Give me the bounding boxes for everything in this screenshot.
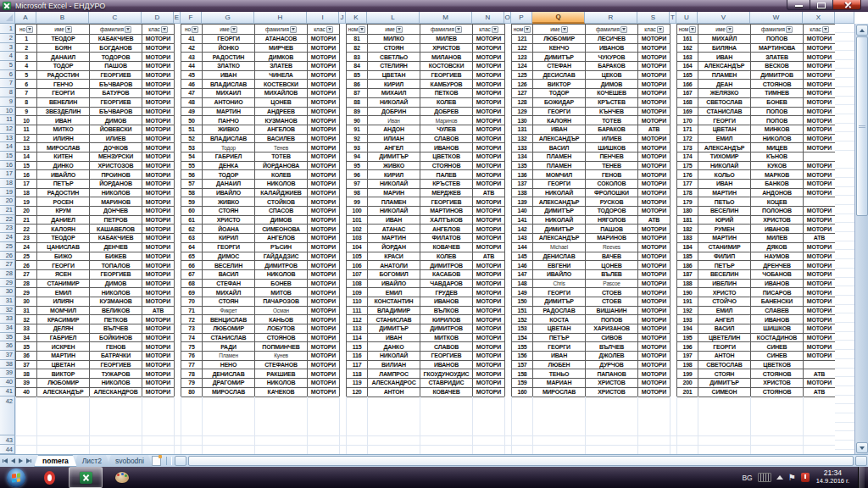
cell-number[interactable]: 187: [677, 270, 698, 280]
cell-number[interactable]: 14: [16, 152, 37, 162]
cell-family[interactable]: КОСТОВСКИ: [420, 62, 473, 71]
cell-family[interactable]: ХРИСТОВ: [420, 44, 473, 53]
cell-name[interactable]: КИРИЛ: [368, 80, 420, 89]
cell-family[interactable]: ТИМНЕВ: [751, 89, 804, 98]
cell-name[interactable]: ИВЕЛИН: [698, 280, 751, 289]
cell-family[interactable]: ГКОУДУНОУДИС: [420, 369, 473, 379]
cell-number[interactable]: 168: [677, 98, 698, 108]
cell-family[interactable]: МИЛАНОВ: [420, 53, 473, 62]
cell-number[interactable]: 62: [181, 225, 203, 234]
cell-number[interactable]: 20: [16, 207, 37, 216]
cell-number[interactable]: 33: [16, 324, 37, 334]
cell-family[interactable]: МАРИНОВ: [586, 234, 638, 243]
filter-header-name[interactable]: име: [37, 25, 90, 35]
cell-family[interactable]: ПРОИНОВ: [90, 170, 142, 180]
row-header-38[interactable]: 38: [0, 360, 15, 369]
cell-number[interactable]: 55: [181, 162, 203, 171]
cell-name[interactable]: ВЕНЦИСЛАВ: [203, 315, 255, 324]
cell-class[interactable]: МОТОРИ: [473, 288, 505, 297]
cell-name[interactable]: ДЕСИСЛАВ: [533, 71, 586, 80]
cell-class[interactable]: МОТОРИ: [473, 35, 505, 44]
cell-number[interactable]: 17: [16, 180, 37, 189]
cell-number[interactable]: 92: [347, 135, 368, 144]
cell-name[interactable]: СТАНИМИР: [37, 280, 90, 289]
cell-family[interactable]: СТОЕВ: [586, 288, 638, 297]
cell-family[interactable]: КОЧЕШЕВ: [586, 89, 638, 98]
cell-name[interactable]: АЛЕКСАНДЪР: [533, 234, 586, 243]
cell-family[interactable]: СЛАВОВ: [420, 342, 473, 352]
column-header-O[interactable]: O: [504, 12, 511, 24]
cell-family[interactable]: ГЕОРГИЕВ: [90, 98, 142, 108]
filter-header-number[interactable]: ном: [677, 25, 698, 35]
cell-number[interactable]: 44: [181, 62, 203, 71]
cell-family[interactable]: ПОПОВ: [751, 108, 804, 117]
cell-number[interactable]: 171: [677, 125, 698, 135]
cell-number[interactable]: 77: [181, 361, 203, 370]
cell-family[interactable]: БАНКОВ: [751, 180, 804, 189]
cell-name[interactable]: ГЕОРГИ: [698, 342, 751, 352]
cell-class[interactable]: МОТОРИ: [638, 297, 670, 307]
row-header-30[interactable]: 30: [0, 287, 15, 297]
cell-name[interactable]: АНАТОЛИ: [368, 261, 420, 270]
cell-name[interactable]: СТОЯН: [203, 297, 255, 307]
cell-family[interactable]: ДИМОВ: [90, 116, 142, 125]
cell-number[interactable]: 41: [181, 35, 203, 44]
cell-class[interactable]: МОТОРИ: [638, 225, 670, 234]
cell-family[interactable]: КАНЬОВ: [255, 315, 308, 324]
cell-name[interactable]: ПЛАМЕН: [533, 152, 586, 162]
row-header-14[interactable]: 14: [0, 142, 15, 152]
cell-name[interactable]: ИЛИАН: [368, 135, 420, 144]
cell-number[interactable]: 76: [181, 352, 203, 361]
cell-number[interactable]: 2: [16, 44, 37, 53]
cell-name[interactable]: ГЕОРГИ: [533, 180, 586, 189]
cell-family[interactable]: ПЕТРОВ: [90, 216, 142, 225]
cell-name[interactable]: ПЕТЪР: [37, 180, 90, 189]
cell-name[interactable]: СТОЯН: [203, 207, 255, 216]
cell-number[interactable]: 64: [181, 243, 203, 252]
cell-number[interactable]: 164: [677, 62, 698, 71]
cell-class[interactable]: [804, 361, 836, 370]
hscroll-left-button[interactable]: [175, 456, 186, 466]
filter-header-family[interactable]: фамилия: [420, 25, 473, 35]
cell-number[interactable]: 116: [347, 352, 368, 361]
cell-class[interactable]: МОТОРИ: [638, 71, 670, 80]
filter-header-family[interactable]: фамилия: [586, 25, 638, 35]
cell-family[interactable]: ГРУДЕВ: [420, 288, 473, 297]
cell-number[interactable]: 51: [181, 125, 203, 135]
cell-class[interactable]: МОТОРИ: [638, 352, 670, 361]
cell-class[interactable]: МОТОРИ: [142, 189, 175, 198]
cell-number[interactable]: 23: [16, 234, 37, 243]
cell-family[interactable]: ДЯКОВ: [751, 243, 804, 252]
cell-class[interactable]: МОТОРИ: [308, 108, 340, 117]
cell-number[interactable]: 38: [16, 369, 37, 379]
cell-name[interactable]: МИХАИЛ: [203, 89, 255, 98]
cell-number[interactable]: 82: [347, 44, 368, 53]
cell-name[interactable]: РУМЕН: [698, 225, 751, 234]
cell-class[interactable]: МОТОРИ: [473, 143, 505, 152]
cell-number[interactable]: 22: [16, 225, 37, 234]
show-desktop-button[interactable]: [858, 467, 865, 488]
cell-family[interactable]: КРЪСТЕВ: [586, 98, 638, 108]
cell-name[interactable]: ИЛИЯН: [37, 297, 90, 307]
cell-name[interactable]: НИКОЛАЙ: [368, 180, 420, 189]
cell-class[interactable]: МОТОРИ: [473, 180, 505, 189]
cell-number[interactable]: 95: [347, 162, 368, 171]
cell-number[interactable]: 127: [512, 89, 533, 98]
cell-name[interactable]: РОСЕН: [37, 197, 90, 207]
cell-class[interactable]: МОТОРИ: [308, 243, 340, 252]
cell-name[interactable]: МИРОСЛАВ: [533, 388, 586, 397]
cell-name[interactable]: ЦВЕТАН: [698, 125, 751, 135]
cell-name[interactable]: МАРТИН: [698, 189, 751, 198]
cell-name[interactable]: Chris: [533, 280, 586, 289]
cell-name[interactable]: ДОБРИН: [368, 108, 420, 117]
cell-name[interactable]: СТЕФАН: [203, 280, 255, 289]
cell-number[interactable]: 25: [16, 252, 37, 262]
cell-name[interactable]: ГЕОРГИ: [37, 261, 90, 270]
cell-number[interactable]: 123: [512, 53, 533, 62]
cell-class[interactable]: МОТОРИ: [142, 280, 175, 289]
cell-family[interactable]: ФРОЛОШКИ: [586, 189, 638, 198]
cell-class[interactable]: МОТОРИ: [142, 80, 175, 89]
sheet-tab-svobodni[interactable]: svobodni: [107, 455, 153, 467]
cell-family[interactable]: КУЗМАНОВ: [90, 297, 142, 307]
cell-name[interactable]: НИКОЛАЙ: [533, 189, 586, 198]
